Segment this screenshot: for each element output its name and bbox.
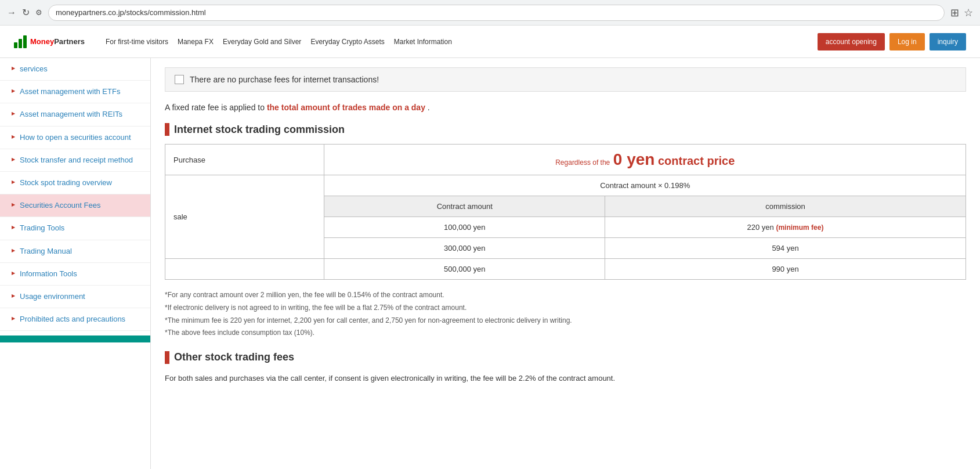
refresh-button[interactable]: ↻ [22, 7, 30, 18]
sidebar-link-open-account[interactable]: How to open a securities account [20, 132, 131, 143]
login-button[interactable]: Log in [889, 33, 925, 50]
main-nav: For first-time visitors Manepa FX Everyd… [106, 38, 806, 46]
col-commission-header: commission [605, 196, 966, 217]
header-buttons: account opening Log in inquiry [818, 33, 966, 50]
contract-price-text: contract price [658, 154, 735, 167]
sidebar-link-reits[interactable]: Asset management with REITs [20, 109, 122, 120]
sidebar-item-stock-transfer[interactable]: Stock transfer and receipt method [0, 149, 150, 172]
bookmark-icon[interactable]: ☆ [964, 6, 973, 19]
main-layout: services Asset management with ETFs Asse… [0, 58, 980, 469]
commission-3: 990 yen [605, 259, 966, 280]
sidebar-item-prohibited[interactable]: Prohibited acts and precautions [0, 308, 150, 331]
back-button[interactable]: → [7, 8, 16, 18]
other-fees-label: Other stock trading fees [174, 351, 294, 363]
empty-label [165, 259, 324, 280]
sidebar-item-information-tools[interactable]: Information Tools [0, 263, 150, 286]
logo-bar-2 [19, 39, 22, 48]
logo-bars [14, 35, 27, 48]
sidebar-item-reits[interactable]: Asset management with REITs [0, 103, 150, 126]
translate-icon[interactable]: ⊞ [950, 6, 959, 19]
account-opening-button[interactable]: account opening [818, 33, 885, 50]
url-bar[interactable] [48, 5, 945, 21]
sidebar-item-trading-tools[interactable]: Trading Tools [0, 217, 150, 240]
site-header: MoneyPartners For first-time visitors Ma… [0, 26, 980, 58]
commission-1: 220 yen (minimum fee) [605, 217, 966, 238]
sidebar-link-securities-fees[interactable]: Securities Account Fees [20, 200, 100, 211]
note-4: *The above fees include consumption tax … [165, 327, 966, 340]
notes-section: *For any contract amount over 2 million … [165, 289, 966, 339]
desc-end: . [428, 103, 430, 112]
sidebar-link-prohibited[interactable]: Prohibited acts and precautions [20, 314, 125, 324]
sale-label: sale [165, 175, 324, 259]
commission-amount-1: 220 yen [747, 223, 774, 232]
col-contract-header: Contract amount [324, 196, 605, 217]
browser-icons: ⊞ ☆ [950, 6, 973, 19]
purchase-label: Purchase [165, 145, 324, 175]
sidebar-link-information-tools[interactable]: Information Tools [20, 269, 77, 279]
contract-2: 300,000 yen [324, 238, 605, 259]
fee-table: Purchase Regardless of the 0 yen contrac… [165, 144, 966, 280]
contract-rate: Contract amount × 0.198% [324, 175, 966, 196]
purchase-cell: Regardless of the 0 yen contract price [324, 145, 966, 175]
notice-box: There are no purchase fees for internet … [165, 67, 966, 92]
red-bar-icon-2 [165, 351, 169, 364]
regardless-text: Regardless of the [555, 158, 610, 167]
note-2: *If electronic delivery is not agreed to… [165, 302, 966, 315]
logo: MoneyPartners [14, 35, 85, 48]
logo-money: Money [30, 37, 54, 46]
logo-bar-1 [14, 42, 17, 48]
sidebar-link-stock-spot[interactable]: Stock spot trading overview [20, 178, 112, 188]
sidebar-link-stock-transfer[interactable]: Stock transfer and receipt method [20, 155, 133, 165]
commission-2: 594 yen [605, 238, 966, 259]
nav-first-time[interactable]: For first-time visitors [106, 38, 168, 46]
internet-commission-label: Internet stock trading commission [174, 124, 345, 136]
sidebar-link-trading-manual[interactable]: Trading Manual [20, 246, 72, 257]
sidebar-link-etfs[interactable]: Asset management with ETFs [20, 86, 120, 97]
desc-highlight: the total amount of trades made on a day [267, 103, 425, 112]
inquiry-button[interactable]: inquiry [930, 33, 966, 50]
browser-bar: → ↻ ⚙ ⊞ ☆ [0, 0, 980, 26]
sidebar-link-services[interactable]: services [20, 64, 48, 74]
logo-text: MoneyPartners [30, 37, 85, 46]
min-fee-label: (minimum fee) [776, 223, 823, 232]
security-icon: ⚙ [35, 8, 42, 17]
sidebar-item-etfs[interactable]: Asset management with ETFs [0, 81, 150, 103]
zero-yen: 0 yen [613, 150, 655, 168]
table-row-3: 500,000 yen 990 yen [165, 259, 966, 280]
desc-prefix: A fixed rate fee is applied to [165, 103, 265, 112]
sidebar-item-usage-env[interactable]: Usage environment [0, 286, 150, 308]
other-fees-title: Other stock trading fees [165, 351, 966, 364]
sidebar-item-stock-spot[interactable]: Stock spot trading overview [0, 172, 150, 194]
contract-1: 100,000 yen [324, 217, 605, 238]
sidebar-item-trading-manual[interactable]: Trading Manual [0, 240, 150, 263]
other-fees-desc: For both sales and purchases via the cal… [165, 372, 966, 385]
sidebar-link-trading-tools[interactable]: Trading Tools [20, 223, 64, 233]
note-3: *The minimum fee is 220 yen for internet… [165, 315, 966, 327]
nav-manepa[interactable]: Manepa FX [178, 38, 214, 46]
internet-commission-title: Internet stock trading commission [165, 123, 966, 136]
red-bar-icon [165, 123, 169, 136]
nav-market[interactable]: Market Information [394, 38, 452, 46]
description-text: A fixed rate fee is applied to the total… [165, 101, 966, 114]
sidebar-item-services[interactable]: services [0, 58, 150, 81]
sidebar-link-usage-env[interactable]: Usage environment [20, 291, 85, 302]
contract-3: 500,000 yen [324, 259, 605, 280]
nav-crypto[interactable]: Everyday Crypto Assets [310, 38, 384, 46]
content-area: There are no purchase fees for internet … [151, 58, 980, 469]
checkbox-icon [175, 75, 184, 84]
sidebar-item-securities-fees[interactable]: Securities Account Fees [0, 194, 150, 217]
notice-text: There are no purchase fees for internet … [190, 75, 379, 84]
sidebar-item-open-account[interactable]: How to open a securities account [0, 127, 150, 149]
sidebar-teal-bar [0, 335, 150, 342]
nav-gold-silver[interactable]: Everyday Gold and Silver [223, 38, 301, 46]
logo-bar-3 [23, 35, 27, 48]
note-1: *For any contract amount over 2 million … [165, 289, 966, 302]
sidebar: services Asset management with ETFs Asse… [0, 58, 151, 469]
